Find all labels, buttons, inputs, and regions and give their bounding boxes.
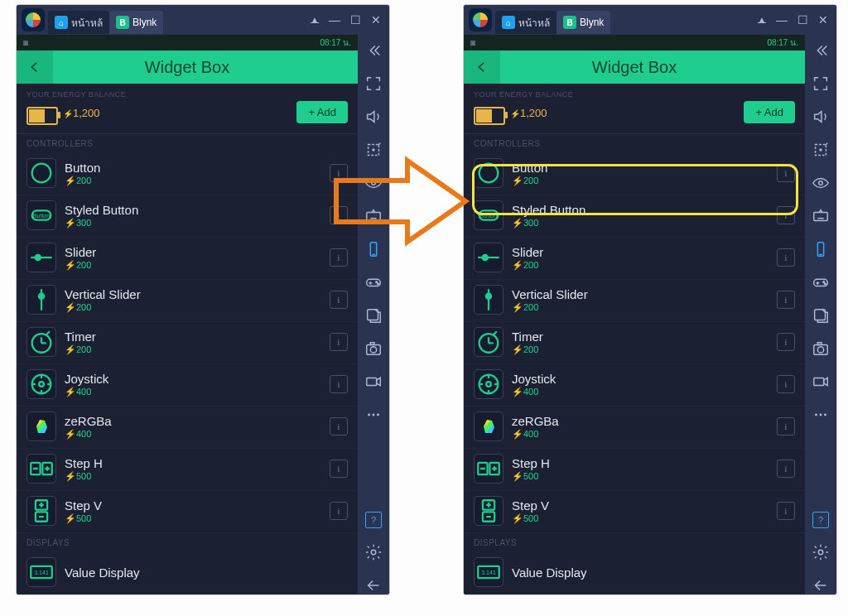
eye-icon[interactable] (364, 174, 383, 192)
svg-point-17 (370, 347, 376, 353)
energy-label: YOUR ENERGY BALANCE (26, 90, 126, 99)
widget-item-timer[interactable]: Timer ⚡200 i (17, 322, 358, 364)
widget-item-joystick[interactable]: Joystick ⚡400 i (17, 364, 358, 407)
fullscreen-icon[interactable] (812, 75, 830, 93)
svg-text:3.141: 3.141 (481, 570, 496, 576)
widget-item-button[interactable]: Button ⚡200 i (17, 153, 358, 195)
back-button[interactable] (464, 51, 500, 84)
gamepad-icon[interactable] (364, 273, 383, 291)
phone-icon[interactable] (364, 240, 383, 258)
info-button[interactable]: i (777, 333, 795, 351)
record-icon[interactable] (812, 373, 830, 391)
widget-item-slider[interactable]: Slider ⚡200 i (464, 238, 805, 280)
maximize-button[interactable]: ☐ (350, 13, 361, 26)
help-icon[interactable]: ? (812, 512, 829, 528)
info-button[interactable]: i (330, 248, 348, 267)
maximize-button[interactable]: ☐ (797, 13, 808, 26)
camera-icon[interactable] (812, 339, 830, 358)
settings-icon[interactable] (364, 543, 383, 561)
svg-point-87 (486, 382, 491, 387)
keyboard-icon[interactable] (364, 207, 383, 225)
gamepad-icon[interactable] (812, 273, 830, 291)
widget-name: Step H (65, 456, 103, 470)
add-energy-button[interactable]: + Add (296, 101, 348, 123)
location-icon[interactable] (364, 141, 383, 159)
widget-item-step-v[interactable]: Step V ⚡500 i (17, 491, 358, 533)
eject-icon[interactable]: ▲ (311, 17, 319, 23)
widget-item-button[interactable]: Button ⚡200 i (464, 153, 805, 195)
info-button[interactable]: i (777, 460, 795, 478)
record-icon[interactable] (364, 373, 383, 391)
close-button[interactable]: ✕ (371, 13, 381, 26)
eye-icon[interactable] (812, 174, 830, 192)
widget-item-slider[interactable]: Slider ⚡200 i (17, 238, 358, 280)
tab-blynk[interactable]: B Blynk (556, 11, 610, 34)
keyboard-icon[interactable] (812, 207, 830, 225)
widget-cost: ⚡300 (512, 218, 585, 229)
collapse-icon[interactable] (364, 41, 383, 60)
info-button[interactable]: i (330, 333, 348, 351)
window-controls: ▲ — ☐ ✕ (758, 13, 836, 26)
info-button[interactable]: i (330, 206, 348, 224)
info-button[interactable]: i (330, 375, 348, 393)
widget-item-step-h[interactable]: Step H ⚡500 i (17, 449, 358, 491)
info-button[interactable]: i (777, 291, 795, 309)
widget-item-step-v[interactable]: Step V ⚡500 i (464, 491, 805, 533)
collapse-icon[interactable] (812, 41, 830, 60)
widget-item-value-display[interactable]: 3.141 Value Display (464, 552, 805, 594)
info-button[interactable]: i (330, 417, 348, 436)
info-button[interactable]: i (777, 417, 795, 436)
bluestacks-logo[interactable] (469, 8, 492, 31)
minimize-button[interactable]: — (776, 13, 788, 26)
settings-icon[interactable] (812, 543, 830, 561)
info-button[interactable]: i (330, 291, 348, 309)
info-button[interactable]: i (330, 164, 348, 182)
widget-item-styled-button[interactable]: Button Styled Button ⚡300 i (17, 195, 358, 238)
controllers-list: Button ⚡200 i Button Styled Button ⚡300 … (464, 153, 805, 533)
widget-item-zergba[interactable]: zeRGBa ⚡400 i (464, 407, 805, 449)
fullscreen-icon[interactable] (364, 75, 383, 93)
tab-home-label: หน้าหล้ (518, 15, 550, 31)
volume-icon[interactable] (364, 108, 383, 126)
info-button[interactable]: i (777, 502, 795, 520)
widget-item-styled-button[interactable]: Button Styled Button ⚡300 i (464, 195, 805, 238)
widget-name: Joystick (512, 372, 556, 386)
info-button[interactable]: i (777, 206, 795, 224)
info-button[interactable]: i (330, 502, 348, 520)
comparison-stage: ⌂ หน้าหล้ B Blynk ▲ — ☐ ✕ ? ◙ 08:17 น. W… (0, 0, 848, 616)
more-icon[interactable] (812, 406, 830, 424)
widget-item-vertical-slider[interactable]: Vertical Slider ⚡200 i (17, 280, 358, 322)
widget-item-joystick[interactable]: Joystick ⚡400 i (464, 364, 805, 407)
back-button[interactable] (17, 51, 53, 84)
location-icon[interactable] (812, 141, 830, 159)
volume-icon[interactable] (812, 108, 830, 126)
info-button[interactable]: i (777, 375, 795, 393)
widget-item-timer[interactable]: Timer ⚡200 i (464, 322, 805, 364)
tab-home[interactable]: ⌂ หน้าหล้ (48, 11, 109, 34)
share-icon[interactable] (812, 306, 830, 325)
back-icon[interactable] (364, 576, 383, 594)
battery-icon (26, 107, 58, 125)
close-button[interactable]: ✕ (818, 13, 828, 26)
bluestacks-logo[interactable] (22, 8, 45, 31)
info-button[interactable]: i (777, 248, 795, 267)
add-energy-button[interactable]: + Add (744, 101, 795, 123)
widget-item-value-display[interactable]: 3.141 Value Display (17, 552, 358, 594)
tab-home[interactable]: ⌂ หน้าหล้ (495, 11, 556, 34)
widget-item-vertical-slider[interactable]: Vertical Slider ⚡200 i (464, 280, 805, 322)
widget-item-zergba[interactable]: zeRGBa ⚡400 i (17, 407, 358, 449)
back-icon[interactable] (812, 576, 830, 594)
widget-item-step-h[interactable]: Step H ⚡500 i (464, 449, 805, 491)
info-button[interactable]: i (330, 460, 348, 478)
share-icon[interactable] (364, 306, 383, 325)
minimize-button[interactable]: — (329, 13, 340, 26)
info-button[interactable]: i (777, 164, 795, 182)
tab-blynk[interactable]: B Blynk (109, 11, 163, 34)
eject-icon[interactable]: ▲ (758, 17, 766, 23)
battery-icon (474, 107, 505, 125)
svg-point-72 (815, 414, 817, 416)
camera-icon[interactable] (364, 339, 383, 358)
help-icon[interactable]: ? (365, 512, 382, 528)
more-icon[interactable] (364, 406, 383, 424)
phone-icon[interactable] (812, 240, 830, 258)
